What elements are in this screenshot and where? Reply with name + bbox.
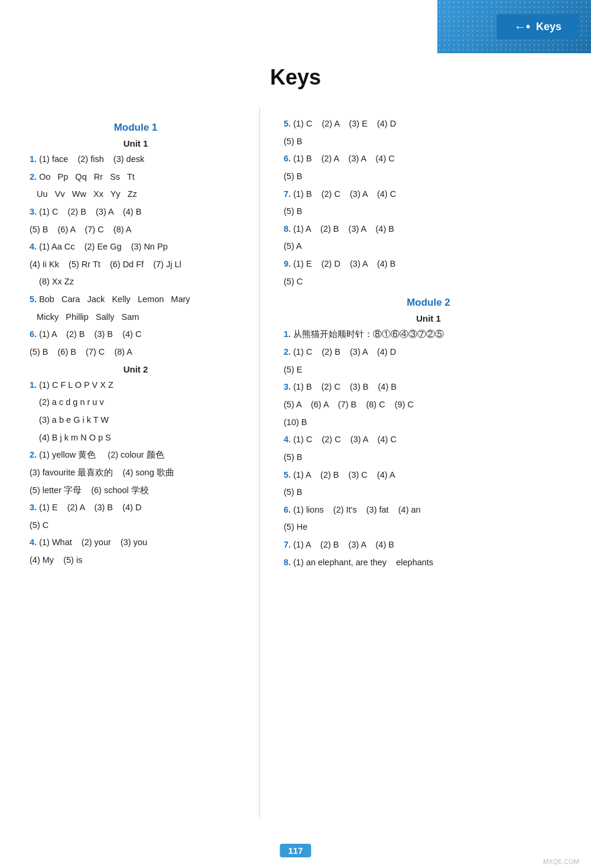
answer-text-5: Bob Cara Jack Kelly Lemon Mary: [39, 294, 190, 304]
m2-answer-text-1: 从熊猫开始顺时针：⑧①⑥④③⑦②⑤: [293, 329, 444, 339]
u2-answer-3b: (5) C: [30, 518, 242, 533]
keys-nav-button[interactable]: ←• Keys: [496, 14, 579, 40]
answer-text-4: (1) Aa Cc (2) Ee Gg (3) Nn Pp: [39, 242, 168, 251]
unit2-title-left: Unit 2: [30, 364, 242, 374]
answer-num-3: 3.: [30, 207, 37, 216]
unit1-title-left: Unit 1: [30, 138, 242, 148]
u2-answer-text-1b: (2) a c d g n r u v: [30, 397, 104, 407]
u2-answer-text-2b: (3) favourite 最喜欢的 (4) song 歌曲: [30, 468, 174, 477]
r-answer-text-6b: (5) B: [284, 171, 302, 181]
m2-answer-3c: (10) B: [284, 415, 573, 430]
r-answer-6b: (5) B: [284, 169, 573, 184]
answer-text-4b: (4) Ii Kk (5) Rr Tt (6) Dd Ff (7) Jj Ll: [30, 260, 181, 269]
answer-text-4c: (8) Xx Zz: [30, 277, 74, 286]
page-title: Keys: [0, 65, 591, 90]
r-answer-text-8: (1) A (2) B (3) A (4) B: [293, 224, 394, 234]
r-answer-text-5b: (5) B: [284, 137, 302, 146]
m2-answer-num-8: 8.: [284, 558, 291, 567]
m2-answer-text-2b: (5) E: [284, 365, 302, 374]
m2-answer-text-3b: (5) A (6) A (7) B (8) C (9) C: [284, 400, 414, 409]
left-column: Module 1 Unit 1 1. (1) face (2) fish (3)…: [0, 108, 260, 817]
answer-3b: (5) B (6) A (7) C (8) A: [30, 222, 242, 237]
u2-answer-num-4: 4.: [30, 537, 37, 547]
u2-answer-4b: (4) My (5) is: [30, 553, 242, 568]
m2-answer-text-7: (1) A (2) B (3) A (4) B: [293, 540, 394, 549]
answer-text-6b: (5) B (6) B (7) C (8) A: [30, 347, 132, 357]
u2-answer-1d: (4) B j k m N O p S: [30, 430, 242, 445]
m2-answer-text-5b: (5) B: [284, 487, 302, 497]
answer-text-5b: Micky Phillip Sally Sam: [30, 312, 139, 322]
answer-text-3b: (5) B (6) A (7) C (8) A: [30, 225, 131, 234]
module2-title: Module 2: [284, 297, 573, 309]
u2-answer-text-3b: (5) C: [30, 520, 48, 530]
r-answer-text-5: (1) C (2) A (3) E (4) D: [293, 119, 396, 128]
answer-4c: (8) Xx Zz: [30, 274, 242, 289]
u2-answer-text-4: (1) What (2) your (3) you: [39, 537, 147, 547]
answer-num-2: 2.: [30, 172, 37, 182]
u2-answer-text-2c: (5) letter 字母 (6) school 学校: [30, 485, 149, 495]
m2-answer-2: 2. (1) C (2) B (3) A (4) D: [284, 345, 573, 359]
r-answer-num-5: 5.: [284, 119, 291, 128]
r-answer-num-6: 6.: [284, 154, 291, 163]
m2-answer-text-4b: (5) B: [284, 452, 302, 462]
answer-4: 4. (1) Aa Cc (2) Ee Gg (3) Nn Pp: [30, 239, 242, 254]
u2-answer-num-2: 2.: [30, 450, 37, 459]
answer-5: 5. Bob Cara Jack Kelly Lemon Mary: [30, 292, 242, 307]
u2-answer-1b: (2) a c d g n r u v: [30, 395, 242, 410]
m2-answer-5b: (5) B: [284, 485, 573, 500]
u2-answer-4: 4. (1) What (2) your (3) you: [30, 535, 242, 550]
u2-answer-num-3: 3.: [30, 503, 37, 512]
m2-answer-num-6: 6.: [284, 505, 291, 514]
m2-answer-8: 8. (1) an elephant, are they elephants: [284, 555, 573, 570]
content-wrapper: Module 1 Unit 1 1. (1) face (2) fish (3)…: [0, 108, 591, 817]
m2-answer-num-2: 2.: [284, 347, 291, 357]
u2-answer-1: 1. (1) C F L O P V X Z: [30, 378, 242, 393]
r-answer-8b: (5) A: [284, 239, 573, 254]
answer-4b: (4) Ii Kk (5) Rr Tt (6) Dd Ff (7) Jj Ll: [30, 257, 242, 272]
answer-3: 3. (1) C (2) B (3) A (4) B: [30, 205, 242, 219]
answer-num-5: 5.: [30, 294, 37, 304]
m2-answer-num-7: 7.: [284, 540, 291, 549]
watermark: MXQE.COM: [543, 858, 579, 865]
r-answer-9: 9. (1) E (2) D (3) A (4) B: [284, 257, 573, 271]
r-answer-num-9: 9.: [284, 259, 291, 268]
answer-text-1: (1) face (2) fish (3) desk: [39, 154, 144, 164]
u2-answer-text-2: (1) yellow 黄色 (2) colour 颜色: [39, 450, 164, 459]
u2-answer-1c: (3) a b e G i k T W: [30, 413, 242, 427]
answer-2b: Uu Vv Ww Xx Yy Zz: [30, 187, 242, 202]
answer-5b: Micky Phillip Sally Sam: [30, 310, 242, 325]
m2-answer-text-6: (1) lions (2) It's (3) fat (4) an: [293, 505, 421, 514]
u2-answer-text-1c: (3) a b e G i k T W: [30, 415, 109, 425]
module1-title: Module 1: [30, 122, 242, 134]
r-answer-text-9: (1) E (2) D (3) A (4) B: [293, 259, 395, 268]
m2-answer-text-3c: (10) B: [284, 417, 307, 427]
m2-answer-3b: (5) A (6) A (7) B (8) C (9) C: [284, 397, 573, 412]
answer-num-4: 4.: [30, 242, 37, 251]
back-arrow-icon: ←•: [514, 20, 530, 34]
m2-answer-1: 1. 从熊猫开始顺时针：⑧①⑥④③⑦②⑤: [284, 327, 573, 342]
m2-answer-6b: (5) He: [284, 520, 573, 535]
m2-answer-text-6b: (5) He: [284, 522, 307, 532]
u2-answer-2b: (3) favourite 最喜欢的 (4) song 歌曲: [30, 465, 242, 480]
m2-answer-3: 3. (1) B (2) C (3) B (4) B: [284, 380, 573, 394]
r-answer-text-8b: (5) A: [284, 241, 302, 251]
u2-answer-2c: (5) letter 字母 (6) school 学校: [30, 483, 242, 498]
m2-answer-num-4: 4.: [284, 435, 291, 444]
r-answer-8: 8. (1) A (2) B (3) A (4) B: [284, 222, 573, 237]
answer-text-3: (1) C (2) B (3) A (4) B: [39, 207, 141, 216]
r-answer-5b: (5) B: [284, 134, 573, 149]
m2-answer-4: 4. (1) C (2) C (3) A (4) C: [284, 432, 573, 447]
r-answer-num-8: 8.: [284, 224, 291, 234]
r-answer-7: 7. (1) B (2) C (3) A (4) C: [284, 187, 573, 202]
r-answer-text-7: (1) B (2) C (3) A (4) C: [293, 189, 396, 199]
m2-answer-text-4: (1) C (2) C (3) A (4) C: [293, 435, 397, 444]
r-answer-text-9b: (5) C: [284, 277, 303, 286]
answer-text-2b: Uu Vv Ww Xx Yy Zz: [30, 189, 137, 199]
answer-text-2: Oo Pp Qq Rr Ss Tt: [39, 172, 135, 182]
page-number: 117: [280, 844, 311, 857]
u2-answer-2: 2. (1) yellow 黄色 (2) colour 颜色: [30, 448, 242, 462]
u2-answer-num-1: 1.: [30, 380, 37, 390]
m2-answer-6: 6. (1) lions (2) It's (3) fat (4) an: [284, 503, 573, 517]
answer-num-6: 6.: [30, 329, 37, 339]
u2-answer-text-3: (1) E (2) A (3) B (4) D: [39, 503, 141, 512]
